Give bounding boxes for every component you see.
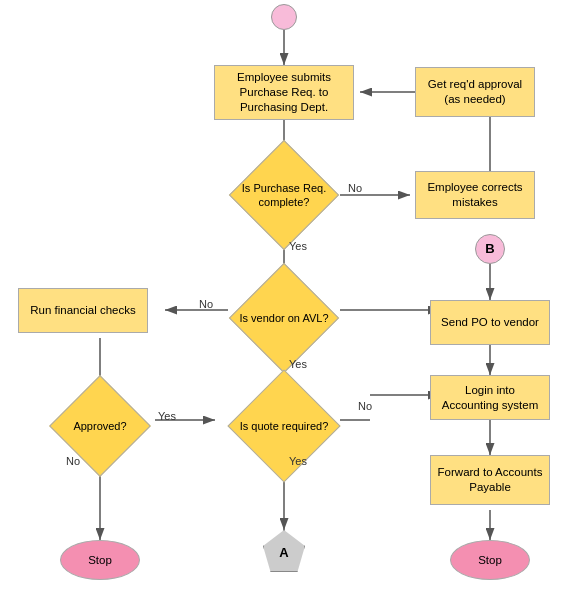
yes-label-avl: Yes	[289, 358, 307, 370]
stop1-node: Stop	[60, 540, 140, 580]
stop2-node: Stop	[450, 540, 530, 580]
connector-b-node: B	[475, 234, 505, 264]
submit-node: Employee submits Purchase Req. to Purcha…	[214, 65, 354, 120]
avl-label: Is vendor on AVL?	[239, 311, 328, 325]
login-node: Login into Accounting system	[430, 375, 550, 420]
start-node	[271, 4, 297, 30]
approval-node: Get req'd approval (as needed)	[415, 67, 535, 117]
stop1-label: Stop	[88, 553, 112, 568]
correct-label: Employee corrects mistakes	[421, 180, 529, 210]
financial-node: Run financial checks	[18, 288, 148, 333]
complete-label: Is Purchase Req. complete?	[224, 181, 344, 210]
forward-label: Forward to Accounts Payable	[436, 465, 544, 495]
login-label: Login into Accounting system	[436, 383, 544, 413]
approved-label: Approved?	[73, 419, 126, 433]
connector-a-node: A	[263, 530, 305, 572]
approved-node: Approved?	[45, 393, 155, 459]
connector-b-label: B	[485, 241, 494, 258]
submit-label: Employee submits Purchase Req. to Purcha…	[220, 70, 348, 115]
yes-label-complete: Yes	[289, 240, 307, 252]
no-label-quote: No	[358, 400, 372, 412]
no-label-avl: No	[199, 298, 213, 310]
approval-label: Get req'd approval (as needed)	[421, 77, 529, 107]
quote-label: Is quote required?	[240, 419, 329, 433]
financial-label: Run financial checks	[30, 303, 135, 318]
avl-node: Is vendor on AVL?	[224, 285, 344, 351]
quote-node: Is quote required?	[221, 393, 347, 459]
complete-node: Is Purchase Req. complete?	[224, 162, 344, 228]
yes-label-approved: Yes	[158, 410, 176, 422]
yes-label-quote: Yes	[289, 455, 307, 467]
no-label-approved: No	[66, 455, 80, 467]
stop2-label: Stop	[478, 553, 502, 568]
no-label-complete: No	[348, 182, 362, 194]
correct-node: Employee corrects mistakes	[415, 171, 535, 219]
send-po-label: Send PO to vendor	[441, 315, 539, 330]
flowchart: Employee submits Purchase Req. to Purcha…	[0, 0, 569, 594]
forward-node: Forward to Accounts Payable	[430, 455, 550, 505]
connector-a-label: A	[279, 545, 288, 562]
send-po-node: Send PO to vendor	[430, 300, 550, 345]
